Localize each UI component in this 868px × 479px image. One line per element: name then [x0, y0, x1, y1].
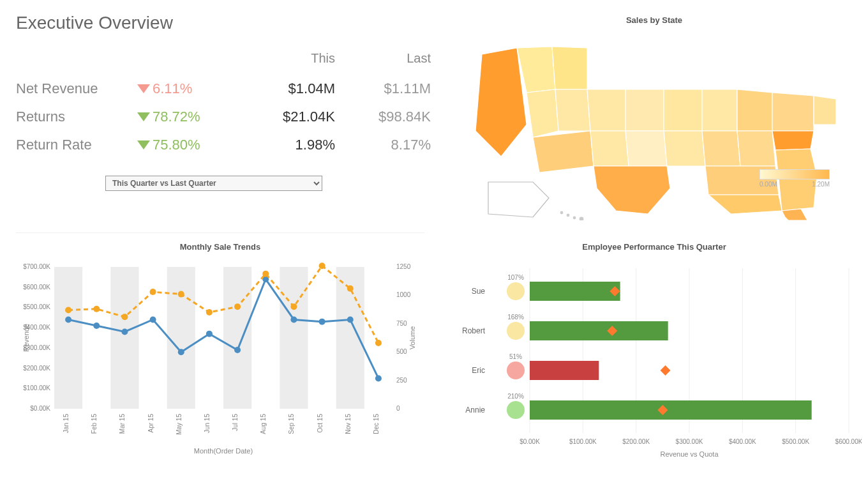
svg-rect-8 [280, 267, 308, 409]
kpi-label: Net Revenue [16, 80, 137, 97]
svg-text:Month(Order Date): Month(Order Date) [194, 447, 253, 455]
state-il[interactable] [702, 131, 740, 166]
svg-text:Feb 15: Feb 15 [91, 414, 98, 434]
svg-text:Annie: Annie [465, 406, 485, 414]
svg-point-49 [347, 316, 354, 323]
svg-text:Sep 15: Sep 15 [288, 414, 295, 434]
legend-max: 1.20M [812, 181, 830, 188]
monthly-trends-panel: Monthly Sale Trends $0.00K$100.00K$200.0… [16, 240, 424, 463]
state-hi[interactable] [560, 211, 584, 220]
state-tx[interactable] [594, 166, 670, 214]
svg-text:Volume: Volume [408, 326, 416, 350]
state-mi[interactable] [737, 89, 772, 131]
sales-by-state-panel: Sales by State [440, 13, 868, 233]
svg-point-88 [507, 361, 525, 379]
kpi-this: 1.98% [233, 137, 335, 153]
kpi-delta: 78.72% [137, 109, 233, 125]
svg-point-47 [290, 316, 297, 323]
kpi-last: $1.11M [335, 80, 431, 97]
state-wi[interactable] [702, 89, 737, 131]
svg-point-58 [262, 271, 269, 277]
svg-text:51%: 51% [509, 353, 522, 360]
svg-point-44 [206, 331, 213, 337]
map-title: Sales by State [440, 13, 868, 29]
svg-text:Oct 15: Oct 15 [317, 414, 324, 433]
state-mo[interactable] [664, 131, 705, 166]
page-title: Executive Overview [16, 13, 412, 33]
kpi-header-last: Last [335, 51, 431, 66]
svg-text:Revenue: Revenue [22, 324, 30, 352]
state-fl[interactable] [782, 209, 807, 220]
usa-choropleth-map[interactable] [456, 29, 852, 220]
svg-point-1 [566, 213, 570, 217]
svg-rect-4 [54, 267, 82, 409]
svg-point-52 [93, 306, 100, 312]
period-select[interactable]: This Quarter vs Last Quarter [105, 176, 322, 191]
kpi-label: Return Rate [16, 137, 137, 153]
state-ne-cluster[interactable] [814, 96, 836, 125]
state-in[interactable] [737, 131, 775, 166]
svg-text:210%: 210% [507, 393, 524, 400]
state-nv[interactable] [527, 89, 558, 137]
svg-text:Sue: Sue [472, 287, 486, 296]
state-nm[interactable] [590, 131, 629, 166]
kpi-this: $21.04K [233, 109, 335, 125]
svg-text:$700.00K: $700.00K [23, 263, 50, 270]
svg-point-53 [121, 314, 128, 320]
svg-point-40 [93, 323, 100, 329]
legend-min: 0.00M [760, 181, 777, 188]
svg-text:$500.00K: $500.00K [23, 303, 50, 310]
svg-text:Mar 15: Mar 15 [119, 414, 126, 434]
svg-text:$100.00K: $100.00K [23, 384, 50, 392]
kpi-last: 8.17% [335, 137, 431, 153]
trends-title: Monthly Sale Trends [16, 240, 424, 255]
svg-point-57 [234, 303, 241, 310]
state-wa[interactable] [552, 47, 587, 89]
kpi-delta: 6.11% [137, 80, 233, 97]
state-nd[interactable] [625, 89, 664, 131]
executive-overview-panel: Executive Overview .. This Last Net Reve… [16, 13, 424, 233]
svg-text:$0.00K: $0.00K [30, 405, 50, 412]
svg-text:Aug 15: Aug 15 [260, 414, 267, 434]
svg-text:750: 750 [396, 320, 407, 327]
svg-point-3 [579, 217, 584, 220]
employee-performance-chart[interactable]: $0.00K$100.00K$200.00K$300.00K$400.00K$5… [440, 255, 862, 460]
svg-point-84 [507, 322, 525, 340]
svg-point-51 [65, 307, 71, 313]
svg-text:$0.00K: $0.00K [520, 438, 540, 445]
svg-text:Dec 15: Dec 15 [373, 414, 380, 434]
state-az[interactable] [533, 131, 594, 172]
svg-text:$100.00K: $100.00K [569, 438, 597, 445]
kpi-this: $1.04M [233, 80, 335, 97]
svg-text:1000: 1000 [396, 291, 411, 298]
emp-title: Employee Performance This Quarter [440, 240, 868, 255]
svg-point-48 [319, 319, 326, 325]
svg-point-56 [206, 309, 213, 316]
kpi-delta-value: 78.72% [153, 109, 200, 125]
svg-text:Nov 15: Nov 15 [345, 414, 352, 434]
legend-gradient [760, 169, 830, 179]
svg-point-92 [507, 401, 525, 419]
state-ca[interactable] [475, 48, 527, 156]
kpi-delta-value: 6.11% [153, 80, 192, 97]
svg-point-54 [150, 289, 156, 295]
state-ks[interactable] [625, 131, 667, 166]
state-pa[interactable] [772, 131, 814, 150]
svg-rect-6 [167, 267, 195, 409]
state-mn[interactable] [664, 89, 702, 131]
state-ga[interactable] [708, 195, 782, 214]
state-ny[interactable] [772, 93, 814, 131]
state-mt[interactable] [587, 89, 625, 131]
svg-point-80 [507, 282, 525, 300]
state-or[interactable] [517, 47, 555, 93]
monthly-trends-chart[interactable]: $0.00K$100.00K$200.00K$300.00K$400.00K$5… [16, 255, 424, 460]
svg-text:0: 0 [396, 405, 400, 412]
svg-rect-7 [223, 267, 251, 409]
svg-text:$300.00K: $300.00K [676, 438, 703, 445]
svg-text:$200.00K: $200.00K [622, 438, 650, 445]
svg-point-61 [347, 285, 354, 292]
state-id[interactable] [555, 89, 590, 131]
kpi-row: Return Rate75.80%1.98%8.17% [16, 131, 412, 159]
svg-text:Eric: Eric [472, 366, 485, 375]
svg-point-2 [572, 216, 576, 220]
